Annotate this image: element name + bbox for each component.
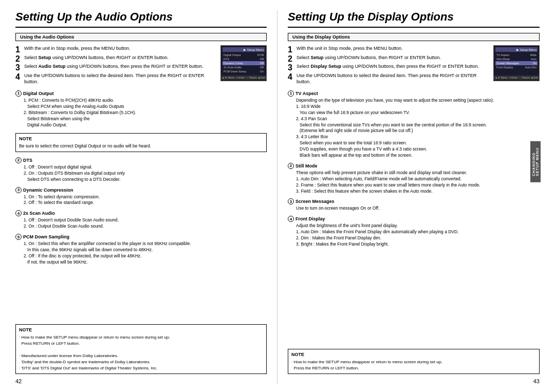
- right-steps-area: 1 With the unit in Stop mode, press the …: [288, 45, 540, 85]
- left-title: Setting Up the Audio Options: [15, 10, 267, 28]
- r-circle-1: 1: [288, 90, 294, 97]
- detail-header-3: 3 Dynamic Compression: [15, 187, 267, 193]
- r-screen-nav: ▲▼ Move ↵ Enter ← Return ■ Exit: [494, 76, 539, 80]
- r-step-num-4: 4: [288, 72, 295, 82]
- circle-2: 2: [15, 157, 22, 163]
- detail-title-2: DTS: [23, 158, 32, 163]
- r-circle-3: 3: [288, 198, 294, 204]
- step-text-4: Use the UP/DOWN buttons to select the de…: [24, 72, 216, 85]
- step-row-1: 1 With the unit in Stop mode, press the …: [15, 45, 216, 54]
- r-detail-content-3: Use to turn on-screen messages On or Off…: [288, 206, 540, 212]
- left-screen-mockup: ▶ Setup Menu Digital OutputPCM DTSOff Dy…: [220, 45, 267, 81]
- page-num-right: 43: [533, 378, 540, 384]
- right-page-number: 43: [288, 378, 540, 384]
- nav-return: ← Return: [246, 76, 257, 79]
- right-steps-list: 1 With the unit in Stop mode, press the …: [288, 45, 489, 85]
- right-title: Setting Up the Display Options: [288, 10, 540, 28]
- step-row-4: 4 Use the UP/DOWN buttons to select the …: [15, 72, 216, 85]
- left-steps-area: 1 With the unit in Stop mode, press the …: [15, 45, 267, 85]
- r-detail-title-4: Front Display: [295, 216, 325, 221]
- r-nav-enter: ↵ Enter: [509, 76, 517, 79]
- r-detail-content-1: Depending on the type of television you …: [288, 98, 540, 159]
- right-note-content: · How to make the SETUP menu disappear o…: [291, 359, 536, 371]
- page-container: Setting Up the Audio Options Using the A…: [0, 0, 555, 392]
- detail-content-4: 1. Off : Doesn't output Double Scan Audi…: [15, 217, 267, 230]
- r-step-text-1: With the unit in Stop mode, press the ME…: [297, 45, 489, 52]
- note-text-1: Be sure to select the correct Digital Ou…: [19, 143, 263, 150]
- r-nav-return: ← Return: [519, 76, 530, 79]
- r-detail-title-1: TV Aspect: [295, 91, 318, 96]
- r-detail-content-2: These options will help prevent picture …: [288, 170, 540, 195]
- detail-dts: 2 DTS 1. Off : Doesn't output digital si…: [15, 157, 267, 183]
- right-note-title: NOTE: [291, 351, 536, 359]
- detail-dynamic: 3 Dynamic Compression 1. On : To select …: [15, 187, 267, 207]
- detail-content-2: 1. Off : Doesn't output digital signal. …: [15, 164, 267, 183]
- r-step-row-1: 1 With the unit in Stop mode, press the …: [288, 45, 489, 54]
- step-text-1: With the unit in Stop mode, press the ME…: [24, 45, 216, 52]
- step-num-4: 4: [15, 72, 23, 82]
- r-detail-screen-messages: 3 Screen Messages Use to turn on-screen …: [288, 198, 540, 212]
- r-step-text-4: Use the UP/DOWN buttons to select the de…: [297, 72, 489, 85]
- screen-nav: ▲▼ Move ↵ Enter ← Return ■ Exit: [221, 76, 266, 80]
- left-page-number: 42: [15, 378, 267, 384]
- screen-item-2: DTSOff: [223, 57, 265, 61]
- r-step-row-4: 4 Use the UP/DOWN buttons to select the …: [288, 72, 489, 85]
- detail-content-1: 1. PCM : Converts to PCM(2CH) 48KHz audi…: [15, 98, 267, 128]
- step-num-3: 3: [15, 63, 23, 72]
- r-detail-header-4: 4 Front Display: [288, 216, 540, 222]
- r-step-num-3: 3: [288, 63, 295, 72]
- left-note-title: NOTE: [19, 327, 263, 334]
- nav-exit: ■ Exit: [258, 76, 265, 79]
- detail-content-3: 1. On : To select dynamic compression. 2…: [15, 194, 267, 207]
- detail-pcm: 5 PCM Down Sampling 1. On : Select this …: [15, 234, 267, 266]
- detail-digital-output: 1 Digital Output 1. PCM : Converts to PC…: [15, 90, 267, 128]
- r-screen-item-1: TV AspectWide: [495, 53, 538, 57]
- nav-enter: ↵ Enter: [236, 76, 245, 79]
- r-screen-item-2: Skin ModeAuto: [495, 57, 538, 61]
- step-row-3: 3 Select Audio Setup using UP/DOWN butto…: [15, 63, 216, 72]
- r-detail-still-mode: 2 Still Mode These options will help pre…: [288, 163, 540, 195]
- screen-item-3: Dynamic Comp.Off: [223, 61, 265, 65]
- step-row-2: 2 Select Setup using UP/DOWN buttons, th…: [15, 54, 216, 64]
- detail-header-5: 5 PCM Down Sampling: [15, 234, 267, 240]
- circle-3: 3: [15, 187, 22, 193]
- detail-header-4: 4 2x Scan Audio: [15, 210, 267, 216]
- r-step-num-2: 2: [288, 54, 295, 64]
- detail-scan-audio: 4 2x Scan Audio 1. Off : Doesn't output …: [15, 210, 267, 230]
- sidebar-tab: CHANGINGSETUP MENU: [530, 141, 541, 182]
- left-column: Setting Up the Audio Options Using the A…: [15, 10, 278, 384]
- r-step-text-2: Select Setup using UP/DOWN buttons, then…: [297, 54, 489, 61]
- r-detail-header-1: 1 TV Aspect: [288, 90, 540, 97]
- detail-header-1: 1 Digital Output: [15, 90, 267, 97]
- circle-4: 4: [15, 210, 22, 216]
- r-screen-title: ▶ Setup Menu: [495, 47, 538, 52]
- step-num-1: 1: [15, 45, 23, 54]
- r-circle-2: 2: [288, 163, 294, 169]
- step-num-2: 2: [15, 54, 23, 64]
- columns-wrapper: Setting Up the Audio Options Using the A…: [15, 10, 540, 384]
- detail-header-2: 2 DTS: [15, 157, 267, 163]
- right-bottom-notes: NOTE · How to make the SETUP menu disapp…: [288, 349, 540, 375]
- left-steps-list: 1 With the unit in Stop mode, press the …: [15, 45, 216, 85]
- r-step-text-3: Select Display Setup using UP/DOWN butto…: [297, 63, 489, 70]
- detail-title-3: Dynamic Compression: [23, 188, 73, 193]
- detail-title-1: Digital Output: [23, 91, 54, 96]
- right-using-box: Using the Display Options: [288, 33, 540, 41]
- detail-title-4: 2x Scan Audio: [23, 211, 55, 216]
- left-bottom-notes: NOTE · How to make the SETUP menu disapp…: [15, 324, 267, 375]
- r-screen-item-3: Screen MessagesOn: [495, 61, 538, 65]
- nav-move: ▲▼ Move: [222, 76, 234, 79]
- r-detail-header-3: 3 Screen Messages: [288, 198, 540, 204]
- detail-content-5: 1. On : Select this when the amplifier c…: [15, 241, 267, 266]
- page-num-left: 42: [15, 378, 22, 384]
- screen-item-5: PCM Down Samp.On: [223, 69, 265, 73]
- right-column: Setting Up the Display Options Using the…: [278, 10, 540, 384]
- r-detail-content-4: Adjust the brightness of the unit's fron…: [288, 223, 540, 248]
- screen-item-4: 2x Scan AudioOff: [223, 65, 265, 69]
- r-nav-move: ▲▼ Move: [495, 76, 507, 79]
- circle-5: 5: [15, 234, 22, 240]
- r-detail-title-2: Still Mode: [295, 163, 318, 169]
- note-title-1: NOTE: [19, 136, 263, 142]
- r-detail-front-display: 4 Front Display Adjust the brightness of…: [288, 216, 540, 248]
- right-screen-mockup: ▶ Setup Menu TV AspectWide Skin ModeAuto…: [493, 45, 540, 81]
